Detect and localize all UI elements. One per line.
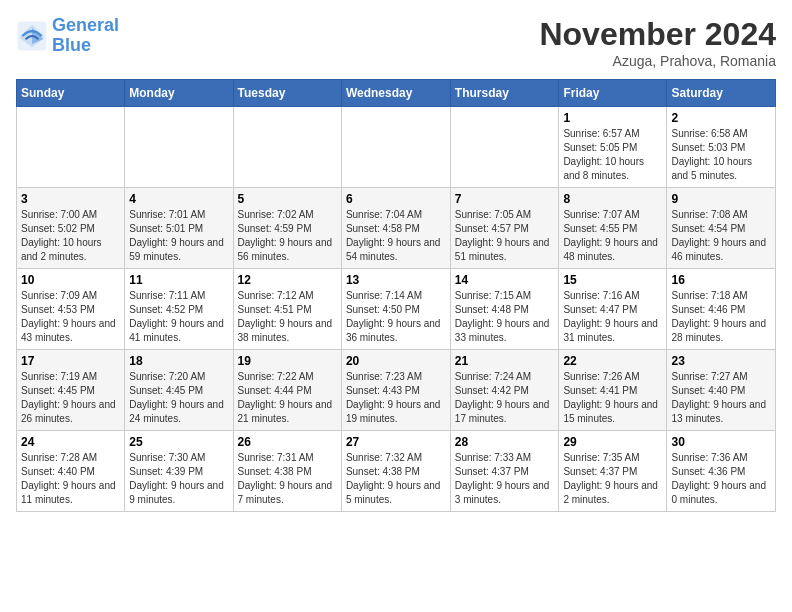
- day-info: Sunrise: 6:58 AMSunset: 5:03 PMDaylight:…: [671, 127, 771, 183]
- day-info: Sunrise: 7:11 AMSunset: 4:52 PMDaylight:…: [129, 289, 228, 345]
- logo-general: General: [52, 15, 119, 35]
- calendar-cell: [341, 107, 450, 188]
- calendar-cell: [17, 107, 125, 188]
- page-header: General Blue November 2024 Azuga, Prahov…: [16, 16, 776, 69]
- calendar-cell: 8Sunrise: 7:07 AMSunset: 4:55 PMDaylight…: [559, 188, 667, 269]
- day-info: Sunrise: 7:09 AMSunset: 4:53 PMDaylight:…: [21, 289, 120, 345]
- day-number: 5: [238, 192, 337, 206]
- day-number: 28: [455, 435, 555, 449]
- calendar-cell: 14Sunrise: 7:15 AMSunset: 4:48 PMDayligh…: [450, 269, 559, 350]
- day-number: 16: [671, 273, 771, 287]
- location: Azuga, Prahova, Romania: [539, 53, 776, 69]
- calendar-cell: [450, 107, 559, 188]
- calendar-cell: 1Sunrise: 6:57 AMSunset: 5:05 PMDaylight…: [559, 107, 667, 188]
- calendar-cell: [125, 107, 233, 188]
- calendar-cell: 3Sunrise: 7:00 AMSunset: 5:02 PMDaylight…: [17, 188, 125, 269]
- month-title: November 2024: [539, 16, 776, 53]
- calendar-cell: 13Sunrise: 7:14 AMSunset: 4:50 PMDayligh…: [341, 269, 450, 350]
- day-number: 24: [21, 435, 120, 449]
- day-number: 17: [21, 354, 120, 368]
- day-number: 26: [238, 435, 337, 449]
- day-number: 23: [671, 354, 771, 368]
- calendar-cell: 4Sunrise: 7:01 AMSunset: 5:01 PMDaylight…: [125, 188, 233, 269]
- calendar-week-4: 17Sunrise: 7:19 AMSunset: 4:45 PMDayligh…: [17, 350, 776, 431]
- day-number: 18: [129, 354, 228, 368]
- calendar-week-1: 1Sunrise: 6:57 AMSunset: 5:05 PMDaylight…: [17, 107, 776, 188]
- day-number: 2: [671, 111, 771, 125]
- day-info: Sunrise: 7:01 AMSunset: 5:01 PMDaylight:…: [129, 208, 228, 264]
- calendar-cell: 20Sunrise: 7:23 AMSunset: 4:43 PMDayligh…: [341, 350, 450, 431]
- calendar-cell: 10Sunrise: 7:09 AMSunset: 4:53 PMDayligh…: [17, 269, 125, 350]
- weekday-header-thursday: Thursday: [450, 80, 559, 107]
- day-info: Sunrise: 7:32 AMSunset: 4:38 PMDaylight:…: [346, 451, 446, 507]
- calendar-week-3: 10Sunrise: 7:09 AMSunset: 4:53 PMDayligh…: [17, 269, 776, 350]
- calendar-cell: 12Sunrise: 7:12 AMSunset: 4:51 PMDayligh…: [233, 269, 341, 350]
- calendar-cell: 7Sunrise: 7:05 AMSunset: 4:57 PMDaylight…: [450, 188, 559, 269]
- day-info: Sunrise: 7:36 AMSunset: 4:36 PMDaylight:…: [671, 451, 771, 507]
- day-info: Sunrise: 7:30 AMSunset: 4:39 PMDaylight:…: [129, 451, 228, 507]
- day-number: 14: [455, 273, 555, 287]
- calendar-header: SundayMondayTuesdayWednesdayThursdayFrid…: [17, 80, 776, 107]
- day-info: Sunrise: 7:02 AMSunset: 4:59 PMDaylight:…: [238, 208, 337, 264]
- day-info: Sunrise: 7:18 AMSunset: 4:46 PMDaylight:…: [671, 289, 771, 345]
- day-info: Sunrise: 7:31 AMSunset: 4:38 PMDaylight:…: [238, 451, 337, 507]
- day-info: Sunrise: 7:19 AMSunset: 4:45 PMDaylight:…: [21, 370, 120, 426]
- day-info: Sunrise: 7:08 AMSunset: 4:54 PMDaylight:…: [671, 208, 771, 264]
- day-number: 29: [563, 435, 662, 449]
- day-number: 21: [455, 354, 555, 368]
- day-number: 3: [21, 192, 120, 206]
- day-info: Sunrise: 7:07 AMSunset: 4:55 PMDaylight:…: [563, 208, 662, 264]
- weekday-header-tuesday: Tuesday: [233, 80, 341, 107]
- day-info: Sunrise: 7:28 AMSunset: 4:40 PMDaylight:…: [21, 451, 120, 507]
- calendar-table: SundayMondayTuesdayWednesdayThursdayFrid…: [16, 79, 776, 512]
- day-info: Sunrise: 7:00 AMSunset: 5:02 PMDaylight:…: [21, 208, 120, 264]
- logo: General Blue: [16, 16, 119, 56]
- calendar-cell: 9Sunrise: 7:08 AMSunset: 4:54 PMDaylight…: [667, 188, 776, 269]
- calendar-cell: 18Sunrise: 7:20 AMSunset: 4:45 PMDayligh…: [125, 350, 233, 431]
- calendar-cell: 23Sunrise: 7:27 AMSunset: 4:40 PMDayligh…: [667, 350, 776, 431]
- logo-blue: Blue: [52, 35, 91, 55]
- calendar-cell: 2Sunrise: 6:58 AMSunset: 5:03 PMDaylight…: [667, 107, 776, 188]
- day-number: 7: [455, 192, 555, 206]
- logo-text: General Blue: [52, 16, 119, 56]
- day-number: 30: [671, 435, 771, 449]
- day-info: Sunrise: 7:05 AMSunset: 4:57 PMDaylight:…: [455, 208, 555, 264]
- day-info: Sunrise: 7:22 AMSunset: 4:44 PMDaylight:…: [238, 370, 337, 426]
- calendar-cell: 24Sunrise: 7:28 AMSunset: 4:40 PMDayligh…: [17, 431, 125, 512]
- weekday-header-sunday: Sunday: [17, 80, 125, 107]
- calendar-cell: 28Sunrise: 7:33 AMSunset: 4:37 PMDayligh…: [450, 431, 559, 512]
- weekday-header-monday: Monday: [125, 80, 233, 107]
- calendar-cell: 5Sunrise: 7:02 AMSunset: 4:59 PMDaylight…: [233, 188, 341, 269]
- day-info: Sunrise: 7:33 AMSunset: 4:37 PMDaylight:…: [455, 451, 555, 507]
- calendar-cell: 22Sunrise: 7:26 AMSunset: 4:41 PMDayligh…: [559, 350, 667, 431]
- day-info: Sunrise: 7:26 AMSunset: 4:41 PMDaylight:…: [563, 370, 662, 426]
- day-number: 4: [129, 192, 228, 206]
- day-info: Sunrise: 7:23 AMSunset: 4:43 PMDaylight:…: [346, 370, 446, 426]
- calendar-cell: [233, 107, 341, 188]
- day-number: 13: [346, 273, 446, 287]
- day-number: 1: [563, 111, 662, 125]
- day-info: Sunrise: 7:04 AMSunset: 4:58 PMDaylight:…: [346, 208, 446, 264]
- day-number: 19: [238, 354, 337, 368]
- calendar-cell: 21Sunrise: 7:24 AMSunset: 4:42 PMDayligh…: [450, 350, 559, 431]
- day-info: Sunrise: 6:57 AMSunset: 5:05 PMDaylight:…: [563, 127, 662, 183]
- weekday-header-friday: Friday: [559, 80, 667, 107]
- weekday-header-wednesday: Wednesday: [341, 80, 450, 107]
- day-number: 9: [671, 192, 771, 206]
- day-info: Sunrise: 7:15 AMSunset: 4:48 PMDaylight:…: [455, 289, 555, 345]
- calendar-cell: 17Sunrise: 7:19 AMSunset: 4:45 PMDayligh…: [17, 350, 125, 431]
- weekday-header-saturday: Saturday: [667, 80, 776, 107]
- title-block: November 2024 Azuga, Prahova, Romania: [539, 16, 776, 69]
- day-number: 25: [129, 435, 228, 449]
- calendar-cell: 29Sunrise: 7:35 AMSunset: 4:37 PMDayligh…: [559, 431, 667, 512]
- day-number: 10: [21, 273, 120, 287]
- calendar-cell: 30Sunrise: 7:36 AMSunset: 4:36 PMDayligh…: [667, 431, 776, 512]
- day-number: 27: [346, 435, 446, 449]
- calendar-cell: 15Sunrise: 7:16 AMSunset: 4:47 PMDayligh…: [559, 269, 667, 350]
- day-info: Sunrise: 7:27 AMSunset: 4:40 PMDaylight:…: [671, 370, 771, 426]
- day-number: 6: [346, 192, 446, 206]
- calendar-cell: 26Sunrise: 7:31 AMSunset: 4:38 PMDayligh…: [233, 431, 341, 512]
- calendar-cell: 25Sunrise: 7:30 AMSunset: 4:39 PMDayligh…: [125, 431, 233, 512]
- day-number: 15: [563, 273, 662, 287]
- day-info: Sunrise: 7:12 AMSunset: 4:51 PMDaylight:…: [238, 289, 337, 345]
